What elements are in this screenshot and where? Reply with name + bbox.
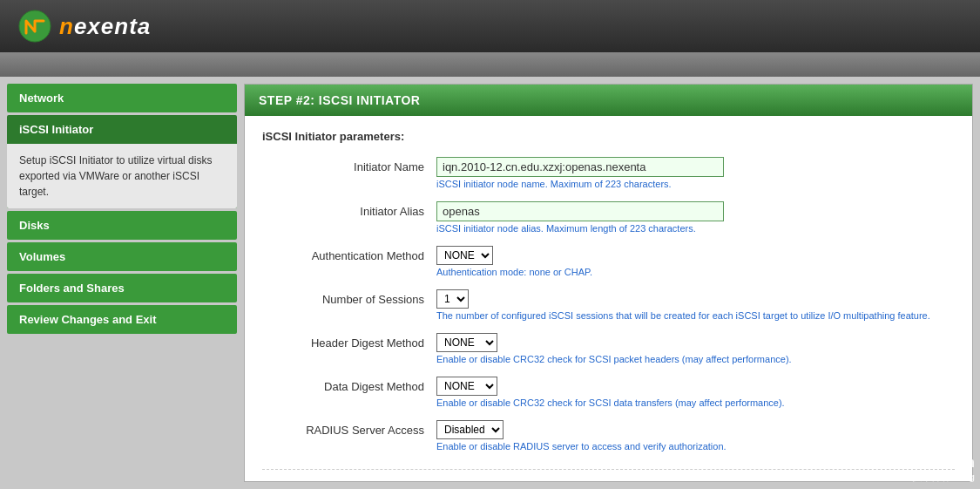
form-row-data-digest: Data Digest MethodNONECRC32Enable or dis… <box>262 377 955 408</box>
hint-header-digest: Enable or disable CRC32 check for SCSI p… <box>436 354 955 364</box>
sidebar-iscsi-description: Setup iSCSI Initiator to utilize virtual… <box>7 144 237 208</box>
content-body: iSCSI Initiator parameters: Initiator Na… <box>245 116 972 482</box>
hint-initiator-alias: iSCSI initiator node alias. Maximum leng… <box>436 223 955 234</box>
field-header-digest: NONECRC32Enable or disable CRC32 check f… <box>436 333 955 364</box>
hint-radius-access: Enable or disable RADIUS server to acces… <box>436 441 955 452</box>
label-radius-access: RADIUS Server Access <box>262 420 436 437</box>
select-auth-method[interactable]: NONECHAP <box>436 246 493 265</box>
sidebar: Network iSCSI Initiator Setup iSCSI Init… <box>0 77 244 489</box>
form-row-initiator-name: Initiator NameiSCSI initiator node name.… <box>262 157 955 189</box>
logo-text: nexenta <box>59 13 151 40</box>
label-initiator-name: Initiator Name <box>262 157 436 173</box>
sub-header-bar <box>0 52 980 77</box>
form-row-num-sessions: Number of Sessions1234The number of conf… <box>262 289 955 321</box>
logo: nexenta <box>17 9 151 44</box>
form-row-initiator-alias: Initiator AliasiSCSI initiator node alia… <box>262 201 955 234</box>
field-initiator-alias: iSCSI initiator node alias. Maximum leng… <box>436 201 955 234</box>
field-data-digest: NONECRC32Enable or disable CRC32 check f… <box>436 377 955 408</box>
sidebar-item-network[interactable]: Network <box>7 84 237 112</box>
field-radius-access: DisabledEnabledEnable or disable RADIUS … <box>436 420 955 452</box>
form-row-auth-method: Authentication MethodNONECHAPAuthenticat… <box>262 246 955 277</box>
sidebar-section-iscsi: iSCSI Initiator Setup iSCSI Initiator to… <box>7 115 237 208</box>
step-header: STEP #2: ISCSI INITIATOR <box>245 85 972 116</box>
field-initiator-name: iSCSI initiator node name. Maximum of 22… <box>436 157 955 189</box>
field-auth-method: NONECHAPAuthentication mode: none or CHA… <box>436 246 955 277</box>
nexenta-logo-icon <box>17 9 52 44</box>
label-initiator-alias: Initiator Alias <box>262 201 436 218</box>
label-data-digest: Data Digest Method <box>262 377 436 393</box>
main-layout: Network iSCSI Initiator Setup iSCSI Init… <box>0 77 980 489</box>
logo-rest: exenta <box>74 13 151 39</box>
sidebar-item-folders-and-shares[interactable]: Folders and Shares <box>7 274 237 302</box>
select-header-digest[interactable]: NONECRC32 <box>436 333 497 352</box>
sidebar-item-iscsi-initiator[interactable]: iSCSI Initiator <box>7 115 237 144</box>
form-container: Initiator NameiSCSI initiator node name.… <box>262 157 955 452</box>
hint-data-digest: Enable or disable CRC32 check for SCSI d… <box>436 397 955 408</box>
label-auth-method: Authentication Method <box>262 246 436 262</box>
input-initiator-name[interactable] <box>436 157 724 177</box>
select-radius-access[interactable]: DisabledEnabled <box>436 420 504 439</box>
save-row: Save <box>262 469 955 482</box>
form-row-header-digest: Header Digest MethodNONECRC32Enable or d… <box>262 333 955 364</box>
sidebar-item-disks[interactable]: Disks <box>7 211 237 240</box>
label-header-digest: Header Digest Method <box>262 333 436 350</box>
sidebar-item-review-changes[interactable]: Review Changes and Exit <box>7 305 237 334</box>
content-panel: STEP #2: ISCSI INITIATOR iSCSI Initiator… <box>244 84 973 482</box>
section-title: iSCSI Initiator parameters: <box>262 130 955 143</box>
sidebar-item-volumes[interactable]: Volumes <box>7 242 237 271</box>
hint-auth-method: Authentication mode: none or CHAP. <box>436 267 955 277</box>
label-num-sessions: Number of Sessions <box>262 289 436 306</box>
field-num-sessions: 1234The number of configured iSCSI sessi… <box>436 289 955 321</box>
select-data-digest[interactable]: NONECRC32 <box>436 377 497 396</box>
hint-num-sessions: The number of configured iSCSI sessions … <box>436 310 955 321</box>
input-initiator-alias[interactable] <box>436 201 724 221</box>
select-num-sessions[interactable]: 1234 <box>436 289 469 309</box>
hint-initiator-name: iSCSI initiator node name. Maximum of 22… <box>436 179 955 189</box>
logo-n: n <box>59 13 74 39</box>
form-row-radius-access: RADIUS Server AccessDisabledEnabledEnabl… <box>262 420 955 452</box>
app-header: nexenta <box>0 0 980 52</box>
